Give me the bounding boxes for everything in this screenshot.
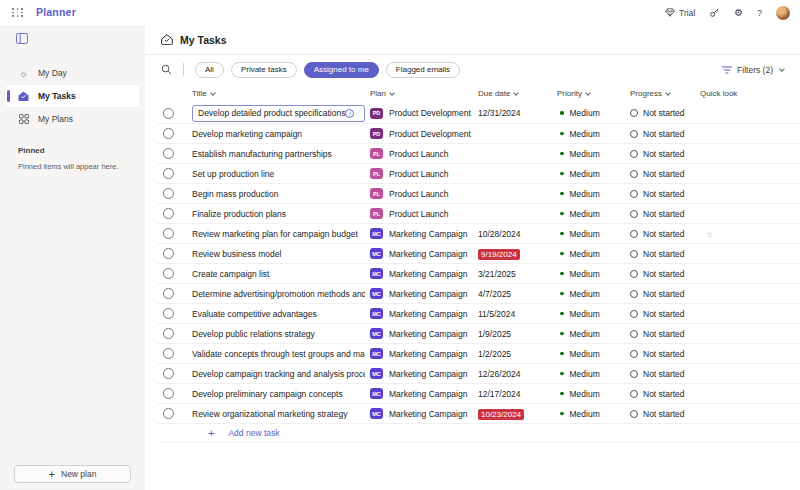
plan-name: Product Launch [389,209,449,219]
column-header-due-date[interactable]: Due date [473,89,552,98]
filter-pill-all[interactable]: All [195,62,224,78]
task-complete-radio[interactable] [163,228,174,239]
task-title-cell[interactable]: Determine advertising/promotion methods … [187,289,365,299]
priority-medium-dot-icon [560,232,564,236]
task-row[interactable]: Develop marketing campaignPDProduct Deve… [157,123,800,143]
task-title-cell[interactable]: Develop public relations strategy [187,329,365,339]
task-complete-radio[interactable] [163,268,174,279]
diamond-icon [665,8,675,17]
help-icon[interactable]: ? [757,8,762,18]
key-icon[interactable] [709,7,720,18]
due-date-cell: 4/7/2025 [473,289,552,299]
task-complete-radio[interactable] [163,148,174,159]
task-row[interactable]: Begin mass productionPLProduct LaunchMed… [157,183,800,203]
task-complete-radio[interactable] [163,208,174,219]
progress-label: Not started [643,269,685,279]
task-complete-radio[interactable] [163,188,174,199]
task-row[interactable]: Develop campaign tracking and analysis p… [157,363,800,383]
task-title-cell[interactable]: Review marketing plan for campaign budge… [187,229,365,239]
task-complete-radio[interactable] [163,348,174,359]
avatar[interactable] [776,6,790,20]
not-started-circle-icon [630,370,638,378]
task-row[interactable]: Set up production linePLProduct LaunchMe… [157,163,800,183]
not-started-circle-icon [630,350,638,358]
task-complete-radio[interactable] [163,248,174,259]
filter-pill-assigned-to-me[interactable]: Assigned to me [304,62,379,78]
column-header-title[interactable]: Title [187,89,365,98]
task-row[interactable]: Establish manufacturing partnershipsPLPr… [157,143,800,163]
task-title: Review organizational marketing strategy [192,409,347,419]
task-row[interactable]: Review organizational marketing strategy… [157,403,800,423]
task-row[interactable]: Finalize production plansPLProduct Launc… [157,203,800,223]
add-new-task-button[interactable]: + Add new task [157,423,800,443]
plan-badge: MC [370,288,383,299]
not-started-circle-icon [630,130,638,138]
task-complete-radio[interactable] [163,168,174,179]
column-header-plan[interactable]: Plan [365,89,473,98]
task-title-cell[interactable]: Validate concepts through test groups an… [187,349,365,359]
collapse-sidebar-icon[interactable] [16,33,28,44]
task-row[interactable]: Develop public relations strategyMCMarke… [157,323,800,343]
plan-badge: PD [370,128,383,139]
priority-label: Medium [570,329,600,339]
column-header-priority[interactable]: Priority [552,89,625,98]
priority-label: Medium [570,108,600,118]
sidebar-item-my-day[interactable]: ☼ My Day [5,62,140,84]
task-row[interactable]: Evaluate competitive advantagesMCMarketi… [157,303,800,323]
task-title-cell[interactable]: Begin mass production [187,189,365,199]
task-title-cell[interactable]: Develop campaign tracking and analysis p… [187,369,365,379]
trial-badge[interactable]: Trial [665,8,695,18]
task-complete-radio[interactable] [163,128,174,139]
sidebar-item-my-plans[interactable]: My Plans [5,108,140,130]
priority-cell: Medium [552,369,625,379]
task-title-cell[interactable]: Establish manufacturing partnerships [187,149,365,159]
task-title-cell[interactable]: Create campaign list [187,269,365,279]
task-complete-radio[interactable] [163,328,174,339]
task-complete-radio[interactable] [163,388,174,399]
column-header-quick-look[interactable]: Quick look [695,89,800,98]
task-row[interactable]: Determine advertising/promotion methods … [157,283,800,303]
main-panel: My Tasks AllPrivate tasksAssigned to meF… [145,25,800,490]
task-title-cell[interactable]: Review organizational marketing strategy [187,409,365,419]
task-complete-radio[interactable] [163,308,174,319]
priority-cell: Medium [552,289,625,299]
filter-pill-private-tasks[interactable]: Private tasks [231,62,297,78]
plan-cell: PLProduct Launch [365,148,473,159]
focused-task-title[interactable]: Develop detailed product specificationsi… [192,105,365,122]
search-icon[interactable] [161,64,172,75]
priority-label: Medium [570,349,600,359]
sidebar-item-my-tasks[interactable]: My Tasks [5,85,140,107]
task-row[interactable]: Develop detailed product specificationsi… [157,103,800,123]
task-title-cell[interactable]: Develop marketing campaign [187,129,365,139]
task-title-cell[interactable]: Finalize production plans [187,209,365,219]
task-complete-radio[interactable] [163,108,174,119]
grid-icon [18,114,29,124]
task-title-cell[interactable]: Develop preliminary campaign concepts [187,389,365,399]
app-launcher-icon[interactable] [10,6,26,18]
task-title-cell[interactable]: Set up production line [187,169,365,179]
new-plan-button[interactable]: + New plan [14,465,131,483]
task-row[interactable]: Validate concepts through test groups an… [157,343,800,363]
settings-gear-icon[interactable]: ⚙ [734,8,743,18]
priority-medium-dot-icon [560,192,564,196]
column-label: Quick look [700,89,737,98]
task-complete-radio[interactable] [163,288,174,299]
column-header-progress[interactable]: Progress [625,89,695,98]
priority-label: Medium [570,369,600,379]
task-row[interactable]: Review business modelMCMarketing Campaig… [157,243,800,263]
info-icon[interactable]: i [345,109,354,118]
task-row[interactable]: Review marketing plan for campaign budge… [157,223,800,243]
filter-pill-flagged-emails[interactable]: Flagged emails [386,62,460,78]
task-title-cell[interactable]: Develop detailed product specificationsi… [187,105,365,122]
filters-button[interactable]: Filters (2) [722,65,784,75]
due-date-cell: 9/19/2024 [473,249,552,259]
task-complete-radio[interactable] [163,408,174,419]
task-row[interactable]: Create campaign listMCMarketing Campaign… [157,263,800,283]
task-title: Develop preliminary campaign concepts [192,389,343,399]
task-title-cell[interactable]: Evaluate competitive advantages [187,309,365,319]
trial-label: Trial [679,8,695,18]
quick-look-cell: ☼ [695,229,800,239]
task-complete-radio[interactable] [163,368,174,379]
task-row[interactable]: Develop preliminary campaign conceptsMCM… [157,383,800,403]
task-title-cell[interactable]: Review business model [187,249,365,259]
